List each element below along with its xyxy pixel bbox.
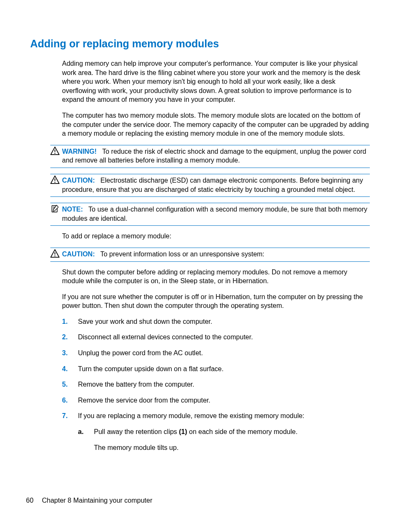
step-item: 7.If you are replacing a memory module, … (62, 411, 370, 452)
step-number: 2. (62, 333, 68, 342)
step-text: Save your work and shut down the compute… (78, 318, 212, 325)
section-heading: Adding or replacing memory modules (30, 38, 370, 50)
paragraph: To add or replace a memory module: (62, 232, 370, 241)
step-number: 5. (62, 380, 68, 389)
document-page: Adding or replacing memory modules Addin… (0, 0, 400, 532)
warning-label: WARNING! (62, 148, 97, 155)
step-number: 1. (62, 317, 68, 326)
step-text: Unplug the power cord from the AC outlet… (78, 349, 203, 356)
step-item: 1.Save your work and shut down the compu… (62, 317, 370, 326)
svg-point-1 (55, 152, 55, 153)
paragraph: Shut down the computer before adding or … (62, 268, 370, 286)
step-text: Turn the computer upside down on a flat … (78, 365, 223, 372)
warning-text: To reduce the risk of electric shock and… (62, 148, 366, 164)
svg-point-9 (55, 256, 55, 256)
note-text: To use a dual-channel configuration with… (62, 206, 367, 222)
caution-label: CAUTION: (62, 177, 95, 184)
chapter-name: Chapter 8 Maintaining your computer (42, 497, 152, 504)
sub-steps: a. Pull away the retention clips (1) on … (78, 427, 370, 452)
substep-text-prefix: Pull away the retention clips (94, 428, 179, 435)
svg-point-3 (55, 182, 55, 183)
substep-item: a. Pull away the retention clips (1) on … (78, 427, 370, 452)
step-text: Remove the service door from the compute… (78, 397, 210, 404)
note-label: NOTE: (62, 206, 83, 213)
step-number: 6. (62, 396, 68, 405)
substep-text-suffix: on each side of the memory module. (187, 428, 297, 435)
step-item: 6.Remove the service door from the compu… (62, 396, 370, 405)
caution-text: Electrostatic discharge (ESD) can damage… (62, 177, 363, 193)
warning-icon (50, 147, 60, 155)
substep-followup: The memory module tilts up. (94, 443, 370, 452)
caution-icon (50, 249, 60, 258)
paragraph: If you are not sure whether the computer… (62, 292, 370, 310)
step-text: If you are replacing a memory module, re… (78, 412, 304, 419)
step-item: 5.Remove the battery from the computer. (62, 380, 370, 389)
step-text: Remove the battery from the computer. (78, 381, 194, 388)
paragraph: Adding memory can help improve your comp… (62, 59, 370, 104)
note-callout: NOTE: To use a dual-channel configuratio… (50, 203, 370, 226)
caution-icon (50, 176, 60, 184)
caution-callout: CAUTION: To prevent information loss or … (50, 248, 370, 262)
caution-callout: CAUTION: Electrostatic discharge (ESD) c… (50, 174, 370, 197)
step-number: 3. (62, 349, 68, 358)
step-text: Disconnect all external devices connecte… (78, 333, 253, 341)
step-item: 3.Unplug the power cord from the AC outl… (62, 349, 370, 358)
step-item: 4.Turn the computer upside down on a fla… (62, 364, 370, 374)
page-footer: 60Chapter 8 Maintaining your computer (26, 497, 152, 504)
caution-text: To prevent information loss or an unresp… (100, 251, 264, 258)
note-icon (50, 204, 60, 213)
step-number: 4. (62, 364, 68, 374)
step-number: 7. (62, 411, 68, 421)
paragraph: The computer has two memory module slots… (62, 111, 370, 138)
page-number: 60 (26, 497, 42, 504)
warning-callout: WARNING! To reduce the risk of electric … (50, 145, 370, 168)
substep-letter: a. (78, 427, 83, 436)
ordered-steps: 1.Save your work and shut down the compu… (62, 317, 370, 452)
reference-marker: (1) (179, 428, 187, 435)
caution-label: CAUTION: (62, 251, 95, 258)
step-item: 2.Disconnect all external devices connec… (62, 333, 370, 342)
body-content: Adding memory can help improve your comp… (62, 59, 370, 452)
